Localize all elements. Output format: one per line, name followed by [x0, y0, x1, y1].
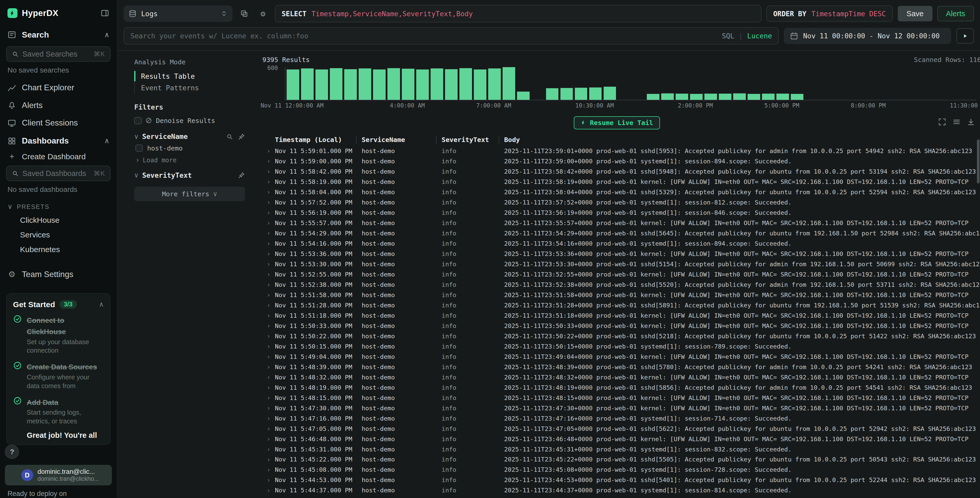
row-expand-icon[interactable]: › — [262, 487, 275, 494]
date-range-picker[interactable]: Nov 11 00:00:00 - Nov 12 00:00:00 — [784, 28, 951, 44]
table-row[interactable]: ›Nov 11 5:51:18.000 PMhost-demoinfo2025-… — [254, 310, 980, 321]
create-dashboard-button[interactable]: + Create Dashboard — [0, 150, 117, 163]
sidebar-collapse-icon[interactable] — [100, 9, 109, 18]
source-select[interactable]: Logs — [124, 5, 232, 22]
table-row[interactable]: ›Nov 11 5:51:28.000 PMhost-demoinfo2025-… — [254, 300, 980, 310]
histogram-bar[interactable] — [575, 88, 587, 99]
table-row[interactable]: ›Nov 11 5:58:42.000 PMhost-demoinfo2025-… — [254, 166, 980, 177]
chevron-up-icon[interactable]: ∧ — [99, 301, 104, 308]
row-expand-icon[interactable]: › — [262, 157, 275, 165]
chevron-down-icon[interactable]: ∨ — [134, 172, 138, 179]
mode-results-table[interactable]: Results Table — [135, 70, 245, 82]
table-row[interactable]: ›Nov 11 5:51:58.000 PMhost-demoinfo2025-… — [254, 290, 980, 300]
histogram-bar[interactable] — [387, 68, 400, 99]
row-expand-icon[interactable]: › — [262, 168, 275, 175]
histogram-bar[interactable] — [719, 94, 732, 99]
sidebar-item-kubernetes[interactable]: Kubernetes — [0, 242, 117, 257]
histogram-bar[interactable] — [690, 94, 703, 100]
row-expand-icon[interactable]: › — [262, 147, 275, 155]
histogram-bar[interactable] — [488, 69, 501, 99]
order-by-input[interactable]: ORDER BY TimestampTime DESC — [766, 5, 892, 22]
table-row[interactable]: ›Nov 11 5:46:48.000 PMhost-demoinfo2025-… — [254, 434, 980, 444]
column-servicename[interactable]: ServiceName — [356, 136, 436, 144]
table-row[interactable]: ›Nov 11 5:54:16.000 PMhost-demoinfo2025-… — [254, 238, 980, 249]
mode-event-patterns[interactable]: Event Patterns — [135, 82, 245, 94]
row-expand-icon[interactable]: › — [262, 466, 275, 474]
row-expand-icon[interactable]: › — [262, 445, 275, 453]
histogram-bar[interactable] — [474, 69, 487, 100]
row-expand-icon[interactable]: › — [262, 188, 275, 196]
select-columns-input[interactable]: SELECT Timestamp,ServiceName,SeverityTex… — [275, 5, 762, 22]
table-row[interactable]: ›Nov 11 5:50:22.000 PMhost-demoinfo2025-… — [254, 331, 980, 342]
row-expand-icon[interactable]: › — [262, 312, 275, 319]
row-expand-icon[interactable]: › — [262, 476, 275, 484]
row-expand-icon[interactable]: › — [262, 374, 275, 381]
chevron-down-icon[interactable]: ∨ — [134, 133, 138, 140]
row-expand-icon[interactable]: › — [262, 353, 275, 361]
table-row[interactable]: ›Nov 11 5:54:29.000 PMhost-demoinfo2025-… — [254, 228, 980, 238]
table-row[interactable]: ›Nov 11 5:58:04.000 PMhost-demoinfo2025-… — [254, 187, 980, 197]
facet-value-host-demo[interactable]: host-demo — [134, 140, 245, 153]
row-expand-icon[interactable]: › — [262, 302, 275, 309]
alerts-button[interactable]: Alerts — [937, 6, 974, 22]
histogram-bar[interactable] — [647, 94, 659, 99]
table-row[interactable]: ›Nov 11 5:53:30.000 PMhost-demoinfo2025-… — [254, 259, 980, 269]
table-row[interactable]: ›Nov 11 5:45:31.000 PMhost-demoinfo2025-… — [254, 444, 980, 455]
table-row[interactable]: ›Nov 11 5:49:04.000 PMhost-demoinfo2025-… — [254, 352, 980, 362]
table-row[interactable]: ›Nov 11 5:47:30.000 PMhost-demoinfo2025-… — [254, 403, 980, 413]
column-timestamp[interactable]: Timestamp (Local) — [275, 136, 356, 144]
load-more-button[interactable]: › Load more — [134, 153, 245, 164]
column-severitytext[interactable]: SeverityText — [436, 136, 498, 144]
table-settings-icon[interactable] — [953, 118, 961, 126]
row-expand-icon[interactable]: › — [262, 394, 275, 402]
row-expand-icon[interactable]: › — [262, 332, 275, 340]
row-expand-icon[interactable]: › — [262, 281, 275, 288]
table-row[interactable]: ›Nov 11 5:48:39.000 PMhost-demoinfo2025-… — [254, 362, 980, 372]
table-row[interactable]: ›Nov 11 5:50:33.000 PMhost-demoinfo2025-… — [254, 321, 980, 331]
presets-toggle[interactable]: ∨ PRESETS — [0, 198, 117, 213]
histogram-bar[interactable] — [460, 68, 472, 99]
row-expand-icon[interactable]: › — [262, 230, 275, 237]
histogram-bar[interactable] — [705, 94, 717, 100]
table-row[interactable]: ›Nov 11 5:53:36.000 PMhost-demoinfo2025-… — [254, 249, 980, 259]
table-row[interactable]: ›Nov 11 5:58:19.000 PMhost-demoinfo2025-… — [254, 177, 980, 187]
table-row[interactable]: ›Nov 11 5:52:38.000 PMhost-demoinfo2025-… — [254, 279, 980, 290]
source-settings-button[interactable]: ⚙ — [256, 7, 270, 20]
row-expand-icon[interactable]: › — [262, 456, 275, 463]
table-row[interactable]: ›Nov 11 5:44:37.000 PMhost-demoinfo2025-… — [254, 485, 980, 495]
row-expand-icon[interactable]: › — [262, 271, 275, 278]
row-expand-icon[interactable]: › — [262, 240, 275, 247]
row-expand-icon[interactable]: › — [262, 425, 275, 433]
histogram-bar[interactable] — [315, 69, 328, 100]
row-expand-icon[interactable]: › — [262, 363, 275, 371]
pin-icon[interactable] — [238, 172, 245, 179]
event-search-input[interactable]: Search your events w/ Lucene ex. column:… — [124, 27, 779, 45]
histogram-bar[interactable] — [589, 88, 602, 99]
histogram-bar[interactable] — [517, 92, 530, 100]
table-row[interactable]: ›Nov 11 5:47:16.000 PMhost-demoinfo2025-… — [254, 413, 980, 424]
panels-button[interactable] — [237, 7, 251, 20]
sidebar-item-dashboards[interactable]: Dashboards ∧ — [0, 132, 117, 150]
resume-live-tail-button[interactable]: Resume Live Tail — [574, 116, 660, 129]
histogram-bar[interactable] — [402, 69, 414, 99]
checkbox[interactable] — [135, 145, 143, 152]
sidebar-item-services[interactable]: Services — [0, 227, 117, 242]
row-expand-icon[interactable]: › — [262, 178, 275, 185]
histogram-bar[interactable] — [373, 69, 386, 100]
sidebar-item-clickhouse[interactable]: ClickHouse — [0, 213, 117, 228]
help-button[interactable]: ? — [5, 445, 19, 459]
histogram-bar[interactable] — [359, 69, 371, 99]
histogram-bar[interactable] — [344, 69, 357, 100]
saved-searches-input[interactable]: Saved Searches ⌘K — [6, 46, 111, 62]
checkbox[interactable] — [134, 117, 142, 124]
row-expand-icon[interactable]: › — [262, 343, 275, 350]
histogram-bar[interactable] — [733, 93, 746, 99]
row-expand-icon[interactable]: › — [262, 415, 275, 422]
sidebar-item-search[interactable]: Search ∧ — [0, 26, 117, 44]
column-body[interactable]: Body — [499, 136, 980, 144]
facet-search-icon[interactable] — [226, 133, 233, 140]
table-row[interactable]: ›Nov 11 5:55:57.000 PMhost-demoinfo2025-… — [254, 218, 980, 228]
sidebar-item-alerts[interactable]: Alerts — [0, 96, 117, 114]
row-expand-icon[interactable]: › — [262, 260, 275, 268]
table-row[interactable]: ›Nov 11 5:59:00.000 PMhost-demoinfo2025-… — [254, 156, 980, 166]
